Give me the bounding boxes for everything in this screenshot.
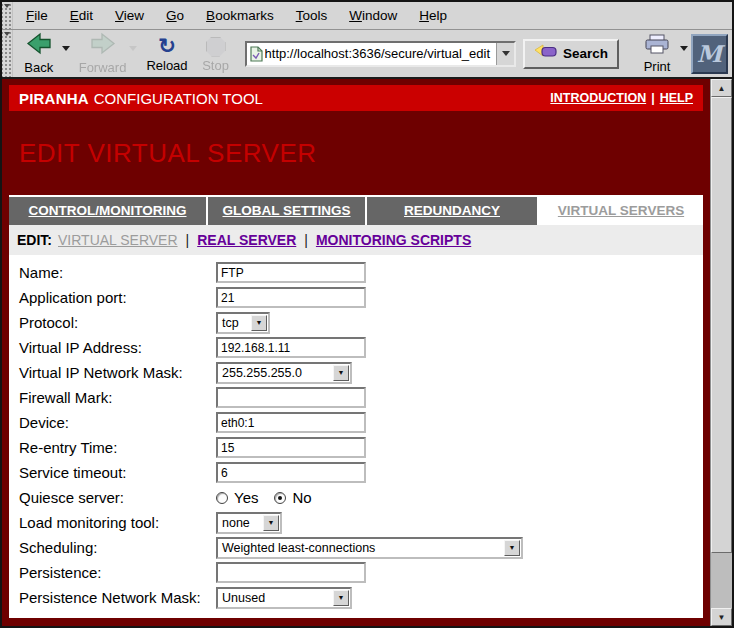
form-row-protocol: Protocol:tcp▼ [19, 310, 703, 335]
help-link[interactable]: HELP [660, 91, 693, 105]
menu-go[interactable]: Go [166, 8, 184, 23]
page-bookmark-icon [247, 46, 265, 62]
menu-window[interactable]: Window [349, 8, 397, 23]
url-input[interactable]: http://localhost:3636/secure/virtual_edi… [265, 46, 496, 61]
load-monitoring-tool-select[interactable]: none▼ [216, 512, 282, 534]
name-label: Name: [19, 264, 216, 281]
dropdown-arrow-icon: ▼ [251, 315, 267, 331]
dropdown-arrow-icon: ▼ [263, 515, 279, 531]
introduction-link[interactable]: INTRODUCTION [550, 91, 646, 105]
device-label: Device: [19, 414, 216, 431]
menu-view[interactable]: View [115, 8, 144, 23]
edit-subnav: EDIT:VIRTUAL SERVER|REAL SERVER|MONITORI… [9, 225, 703, 255]
firewall-mark-label: Firewall Mark: [19, 389, 216, 406]
menu-edit[interactable]: Edit [70, 8, 93, 23]
reload-label: Reload [146, 58, 187, 73]
menu-file[interactable]: File [26, 8, 48, 23]
mozilla-throbber[interactable]: M [691, 34, 728, 74]
back-button[interactable]: Back [17, 32, 61, 76]
forward-dropdown-icon[interactable] [129, 46, 137, 51]
application-port-input[interactable]: 21 [216, 287, 366, 308]
persistence-network-mask-select[interactable]: Unused▼ [216, 587, 352, 609]
name-input[interactable]: FTP [216, 262, 366, 283]
subnav-link-virtual-server: VIRTUAL SERVER [58, 232, 178, 248]
scroll-up-icon: ▲ [718, 84, 726, 93]
vertical-scrollbar[interactable]: ▲ ▼ [710, 79, 732, 626]
quiesce-server-label: Quiesce server: [19, 489, 216, 506]
browser-viewport: PIRANHA CONFIGURATION TOOL INTRODUCTION|… [2, 79, 732, 626]
stop-label: Stop [202, 58, 229, 73]
scheduling-select[interactable]: Weighted least-connections▼ [216, 537, 523, 559]
search-icon [534, 44, 558, 63]
form-row-firewall-mark: Firewall Mark: [19, 385, 703, 410]
brand-subtitle: CONFIGURATION TOOL [94, 90, 263, 107]
dropdown-arrow-icon: ▼ [333, 365, 349, 381]
menu-help[interactable]: Help [419, 8, 447, 23]
form-row-virtual-ip-network-mask: Virtual IP Network Mask:255.255.255.0▼ [19, 360, 703, 385]
reload-icon: ↻ [158, 35, 176, 57]
virtual-ip-network-mask-selected-value: 255.255.255.0 [218, 366, 332, 380]
tab-redundancy[interactable]: REDUNDANCY [367, 197, 537, 225]
reload-button[interactable]: ↻ Reload [144, 32, 189, 76]
virtual-ip-address-input[interactable]: 192.168.1.11 [216, 337, 366, 358]
browser-window: FileEditViewGoBookmarksToolsWindowHelp B… [0, 0, 734, 628]
navigation-toolbar: Back Forward ↻ Reload Stop [2, 30, 732, 79]
scroll-down-button[interactable]: ▼ [711, 608, 732, 626]
re-entry-time-label: Re-entry Time: [19, 439, 216, 456]
back-dropdown-icon[interactable] [62, 46, 70, 51]
virtual-server-form: Name:FTPApplication port:21Protocol:tcp▼… [9, 255, 703, 618]
menu-tools[interactable]: Tools [296, 8, 328, 23]
name-value: FTP [221, 266, 244, 280]
content-panel: CONTROL/MONITORINGGLOBAL SETTINGSREDUNDA… [9, 195, 703, 618]
page-title-band: EDIT VIRTUAL SERVER [9, 111, 703, 195]
form-row-persistence-network-mask: Persistence Network Mask:Unused▼ [19, 585, 703, 610]
tab-global-settings[interactable]: GLOBAL SETTINGS [208, 197, 365, 225]
stop-button[interactable]: Stop [194, 32, 238, 76]
menu-items: FileEditViewGoBookmarksToolsWindowHelp [13, 8, 458, 23]
form-row-scheduling: Scheduling:Weighted least-connections▼ [19, 535, 703, 560]
url-bar[interactable]: http://localhost:3636/secure/virtual_edi… [245, 41, 516, 67]
device-value: eth0:1 [221, 416, 254, 430]
load-monitoring-tool-label: Load monitoring tool: [19, 514, 216, 531]
virtual-ip-address-label: Virtual IP Address: [19, 339, 216, 356]
menu-bookmarks[interactable]: Bookmarks [206, 8, 274, 23]
service-timeout-input[interactable]: 6 [216, 462, 366, 483]
form-row-virtual-ip-address: Virtual IP Address:192.168.1.11 [19, 335, 703, 360]
re-entry-time-value: 15 [221, 441, 234, 455]
virtual-ip-network-mask-label: Virtual IP Network Mask: [19, 364, 216, 381]
persistence-network-mask-label: Persistence Network Mask: [19, 589, 216, 606]
menubar-grippy[interactable] [2, 2, 13, 29]
dropdown-arrow-icon: ▼ [504, 540, 520, 556]
form-row-load-monitoring-tool: Load monitoring tool:none▼ [19, 510, 703, 535]
virtual-ip-network-mask-select[interactable]: 255.255.255.0▼ [216, 362, 352, 384]
subnav-link-real-server[interactable]: REAL SERVER [197, 232, 296, 248]
forward-button[interactable]: Forward [77, 32, 129, 76]
stop-icon [206, 37, 226, 57]
print-dropdown-icon[interactable] [680, 46, 688, 51]
menu-bar: FileEditViewGoBookmarksToolsWindowHelp [2, 2, 732, 30]
persistence-input[interactable] [216, 562, 366, 583]
tab-control-monitoring[interactable]: CONTROL/MONITORING [9, 197, 206, 225]
scroll-up-button[interactable]: ▲ [711, 79, 732, 97]
header-links: INTRODUCTION|HELP [550, 91, 693, 105]
quiesce-server-no-radio[interactable] [274, 492, 286, 504]
protocol-selected-value: tcp [218, 316, 250, 330]
search-label: Search [563, 46, 608, 61]
protocol-label: Protocol: [19, 314, 216, 331]
subnav-link-monitoring-scripts[interactable]: MONITORING SCRIPTS [316, 232, 471, 248]
protocol-select[interactable]: tcp▼ [216, 312, 270, 334]
form-row-application-port: Application port:21 [19, 285, 703, 310]
scrollbar-thumb[interactable] [711, 97, 732, 553]
search-button[interactable]: Search [523, 39, 619, 69]
toolbar-grippy[interactable] [2, 30, 13, 77]
tab-virtual-servers[interactable]: VIRTUAL SERVERS [539, 197, 703, 225]
re-entry-time-input[interactable]: 15 [216, 437, 366, 458]
scheduling-selected-value: Weighted least-connections [218, 541, 503, 555]
print-button[interactable]: Print [635, 32, 679, 76]
piranha-page: PIRANHA CONFIGURATION TOOL INTRODUCTION|… [2, 79, 710, 626]
firewall-mark-input[interactable] [216, 387, 366, 408]
header-link-separator: | [651, 91, 655, 105]
device-input[interactable]: eth0:1 [216, 412, 366, 433]
url-history-dropdown[interactable] [496, 43, 514, 65]
quiesce-server-yes-radio[interactable] [216, 492, 228, 504]
